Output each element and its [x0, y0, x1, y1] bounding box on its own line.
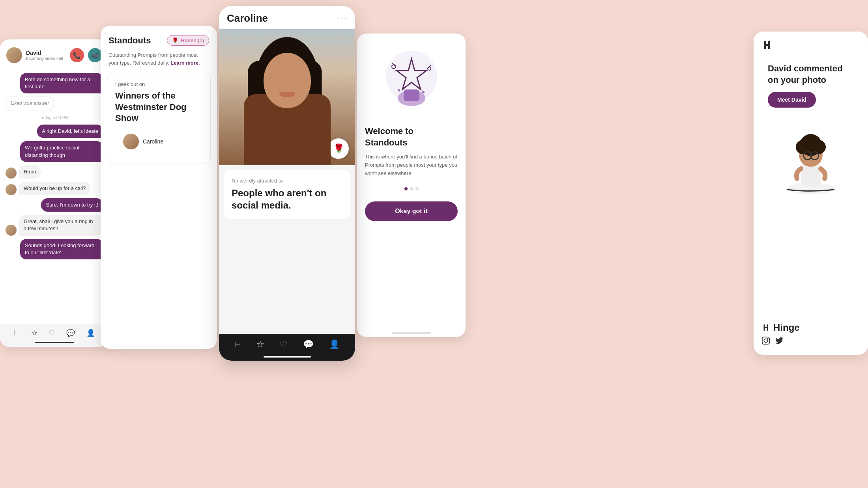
twitter-icon[interactable] [775, 336, 784, 347]
welcome-screen: Welcome to Standouts This is where you'l… [357, 34, 466, 337]
svg-rect-3 [404, 89, 419, 101]
message-received-hmm: Hmm [19, 165, 41, 179]
home-indicator [264, 356, 311, 358]
svg-rect-25 [764, 327, 768, 328]
card-avatar [123, 134, 139, 149]
pagination-dots [365, 187, 458, 190]
home-indicator-welcome [392, 332, 431, 334]
small-avatar [6, 168, 17, 179]
right-panel: David commented on your photo Meet David [754, 32, 868, 355]
roses-count: Roses (1) [181, 37, 204, 43]
standouts-title: Standouts [108, 35, 151, 46]
welcome-content: Welcome to Standouts This is where you'l… [357, 34, 466, 231]
person-svg [775, 123, 846, 194]
dot-3 [415, 187, 419, 190]
person-illustration [775, 123, 846, 194]
nav-home-dark[interactable]: ⊢ [235, 340, 241, 349]
message-ring-row: Great, shall I give you a ring in a few … [6, 215, 103, 235]
message-sent-down: Sure, I'm down to try it! [41, 198, 103, 212]
nav-profile-icon[interactable]: 👤 [86, 329, 95, 337]
footer-social-links [761, 336, 860, 347]
welcome-illustration [376, 47, 447, 118]
notification-text: David commented on your photo [768, 63, 854, 86]
svg-point-6 [422, 91, 425, 93]
nav-chat-icon[interactable]: 💬 [66, 329, 75, 337]
profile-photo: 🌹 [219, 29, 355, 165]
small-avatar-3 [6, 225, 17, 236]
nav-heart-dark[interactable]: ♡ [280, 339, 288, 350]
standouts-subtitle: Outstanding Prompts from people most you… [101, 51, 217, 73]
standouts-illustration-svg [376, 47, 447, 118]
chat-header: David Incoming video call 📞 📹 [0, 39, 108, 68]
message-received-call: Would you be up for a call? [19, 182, 90, 195]
standouts-screen: Standouts 🌹 Roses (1) Outstanding Prompt… [101, 26, 217, 349]
hinge-logo-icon [761, 39, 773, 50]
standouts-card[interactable]: I geek out on Winners of the Westminster… [107, 73, 211, 164]
chat-messages: Both do something new for a first date L… [0, 68, 108, 264]
prompt-label: I geek out on [115, 81, 202, 87]
okay-got-it-button[interactable]: Okay got it [365, 201, 458, 221]
profile-nav: ⊢ ☆ ♡ 💬 👤 [219, 334, 355, 361]
nav-star-dark[interactable]: ☆ [256, 339, 264, 350]
nav-underline [35, 342, 74, 343]
message-sent-first: Both do something new for a first date [20, 73, 103, 93]
card-footer: Caroline [115, 127, 202, 156]
message-hmm-row: Hmm [6, 165, 103, 179]
chat-status: Incoming video call [26, 56, 66, 61]
svg-rect-26 [762, 337, 769, 344]
rose-icon: 🌹 [172, 37, 178, 43]
nav-star-icon[interactable]: ☆ [31, 329, 37, 337]
svg-point-28 [767, 338, 769, 339]
profile-prompt-card: I'm weirdly attracted to People who aren… [224, 170, 350, 219]
message-received-ring: Great, shall I give you a ring in a few … [19, 215, 102, 235]
profile-prompt-text: People who aren't on social media. [232, 187, 342, 211]
notification-card: David commented on your photo Meet David [760, 55, 862, 115]
nav-home-icon[interactable]: ⊢ [13, 329, 20, 337]
chat-header-info: David Incoming video call [26, 50, 66, 61]
chat-screen: David Incoming video call 📞 📹 Both do so… [0, 39, 108, 347]
chat-bottom-nav: ⊢ ☆ ♡ 💬 👤 [0, 324, 108, 347]
svg-point-7 [398, 89, 400, 91]
svg-point-27 [764, 339, 767, 342]
footer-brand-name: Hinge [773, 322, 800, 333]
meet-david-button[interactable]: Meet David [768, 92, 816, 108]
message-timestamp: Today 5:23 PM [6, 115, 103, 120]
message-sent-distancing: We gotta practice social distancing thou… [20, 141, 103, 162]
screens-container: David Incoming video call 📞 📹 Both do so… [0, 0, 868, 488]
message-sent-forward: Sounds good! Looking forward to our firs… [20, 239, 103, 259]
message-call-row: Would you be up for a call? [6, 182, 103, 195]
nav-profile-dark[interactable]: 👤 [329, 339, 340, 350]
svg-rect-12 [764, 44, 770, 46]
svg-point-19 [805, 137, 817, 149]
small-avatar-2 [6, 184, 17, 195]
decline-call-button[interactable]: 📞 [70, 48, 84, 62]
message-sent-ideate: Alright David, let's ideate [37, 125, 103, 138]
profile-prompt-label: I'm weirdly attracted to [232, 178, 342, 184]
rose-button[interactable]: 🌹 [328, 138, 349, 159]
card-person-name: Caroline [143, 138, 163, 145]
profile-name: Caroline [227, 12, 268, 24]
more-options-button[interactable]: ··· [338, 13, 347, 24]
dot-2 [410, 187, 413, 190]
welcome-description: This is where you'll find a bonus batch … [365, 153, 458, 177]
prompt-text: Winners of the Westminster Dog Show [115, 90, 202, 124]
accept-video-button[interactable]: 📹 [88, 48, 102, 62]
profile-screen: Caroline ··· 🌹 I'm weirdly attracted to … [219, 6, 355, 361]
right-footer: Hinge [754, 314, 868, 355]
dot-1 [404, 187, 408, 190]
profile-header: Caroline ··· [219, 6, 355, 29]
avatar [6, 47, 22, 63]
nav-heart-icon[interactable]: ♡ [49, 329, 55, 337]
welcome-title: Welcome to Standouts [365, 126, 458, 148]
footer-brand: Hinge [761, 322, 860, 333]
nav-chat-dark[interactable]: 💬 [303, 339, 314, 350]
chat-name: David [26, 50, 66, 56]
right-panel-header [754, 32, 868, 55]
learn-more-link[interactable]: Learn more. [170, 60, 200, 66]
roses-badge[interactable]: 🌹 Roses (1) [167, 35, 209, 46]
standouts-header: Standouts 🌹 Roses (1) [101, 26, 217, 51]
footer-hinge-logo [761, 323, 770, 332]
instagram-icon[interactable] [761, 336, 770, 347]
message-liked: Liked your answer [6, 97, 54, 110]
